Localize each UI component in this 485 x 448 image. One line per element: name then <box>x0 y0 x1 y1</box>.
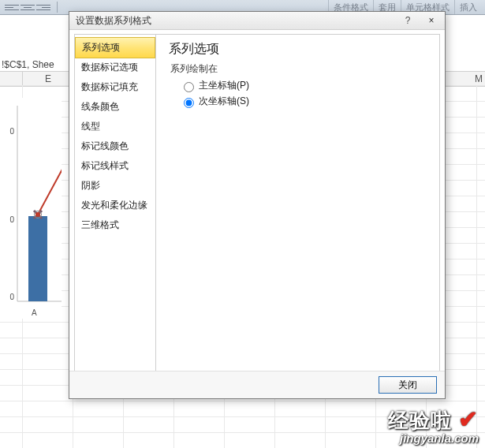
format-data-series-dialog: 设置数据系列格式 ? × 系列选项 数据标记选项 数据标记填充 线条颜色 线型 … <box>69 11 446 399</box>
dialog-title-bar[interactable]: 设置数据系列格式 ? × <box>69 12 445 30</box>
chart-fragment[interactable]: 0 0 0 A <box>0 98 62 319</box>
nav-item-3d[interactable]: 三维格式 <box>75 215 155 235</box>
nav-item-marker-line-color[interactable]: 标记线颜色 <box>75 136 155 156</box>
dialog-content-pane: 系列选项 系列绘制在 主坐标轴(P) 次坐标轴(S) <box>156 34 440 371</box>
svg-rect-2 <box>28 216 47 301</box>
chart-xlabel: A <box>32 308 37 317</box>
nav-item-shadow[interactable]: 阴影 <box>75 176 155 196</box>
radio-input-primary[interactable] <box>184 82 194 92</box>
separator <box>57 2 58 13</box>
align-left-icon[interactable] <box>5 2 19 13</box>
col-header-e[interactable]: E <box>23 72 74 86</box>
nav-item-marker-line-style[interactable]: 标记线样式 <box>75 156 155 176</box>
align-right-icon[interactable] <box>36 2 50 13</box>
group-label: 系列绘制在 <box>170 62 427 76</box>
dialog-footer: 关闭 <box>69 371 445 398</box>
col-header-m[interactable]: M <box>453 72 485 86</box>
close-button[interactable]: 关闭 <box>379 376 437 394</box>
col-header[interactable] <box>0 72 23 86</box>
nav-item-marker-options[interactable]: 数据标记选项 <box>75 58 155 77</box>
chart-svg <box>0 98 62 319</box>
dialog-body: 系列选项 数据标记选项 数据标记填充 线条颜色 线型 标记线颜色 标记线样式 阴… <box>74 34 440 371</box>
radio-secondary-axis[interactable]: 次坐标轴(S) <box>180 95 427 108</box>
close-icon[interactable]: × <box>423 12 440 29</box>
nav-item-series-options[interactable]: 系列选项 <box>75 37 155 58</box>
nav-item-line-style[interactable]: 线型 <box>75 117 155 136</box>
ribbon-item-insert[interactable]: 插入 <box>454 0 482 14</box>
nav-item-line-color[interactable]: 线条颜色 <box>75 97 155 117</box>
radio-input-secondary[interactable] <box>184 98 194 108</box>
nav-item-marker-fill[interactable]: 数据标记填充 <box>75 77 155 97</box>
content-heading: 系列选项 <box>169 41 427 58</box>
svg-line-3 <box>38 153 62 215</box>
dialog-nav-list: 系列选项 数据标记选项 数据标记填充 线条颜色 线型 标记线颜色 标记线样式 阴… <box>74 34 156 371</box>
radio-label: 次坐标轴(S) <box>199 95 249 108</box>
align-center-icon[interactable] <box>21 2 35 13</box>
help-icon[interactable]: ? <box>399 12 416 29</box>
nav-item-glow[interactable]: 发光和柔化边缘 <box>75 196 155 215</box>
svg-point-4 <box>35 212 40 217</box>
radio-label: 主坐标轴(P) <box>199 79 249 92</box>
radio-primary-axis[interactable]: 主坐标轴(P) <box>180 79 427 92</box>
formula-bar-fragment: !$C$1, Shee <box>0 57 54 73</box>
dialog-title: 设置数据系列格式 <box>76 15 151 26</box>
